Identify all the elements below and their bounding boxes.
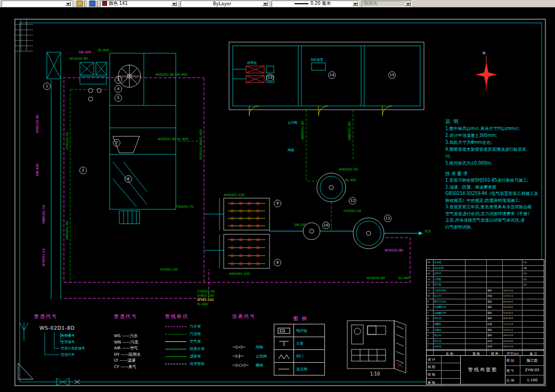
table-cell	[523, 333, 544, 338]
pipe-tag: WS0201-80	[366, 276, 385, 280]
tech-line: 行气密性试验。	[445, 224, 545, 231]
field-row: 图 号ZYW-03	[505, 366, 544, 376]
valve-row: —▷○◁—蝶阀	[232, 361, 277, 370]
field-row: 比 例1:100	[505, 375, 544, 386]
field-row: 图 别施工图	[505, 356, 544, 366]
pipe-code-callout: 主管编号	[61, 340, 75, 345]
role-row: 设 计	[427, 356, 460, 363]
balloon-number: 3	[117, 78, 119, 82]
line-label: 滤液管	[190, 354, 201, 359]
symbol-label: 溢流堰	[294, 363, 307, 375]
table-cell: 2.0×1.5	[503, 328, 523, 333]
pipe-code-callout: 管道分类及编号	[61, 346, 85, 351]
make-layer-button[interactable]	[75, 0, 85, 7]
pipe-tag: WS0201-80 DN-400	[156, 72, 187, 76]
gate-symbol-icon	[274, 350, 294, 362]
table-cell	[466, 322, 487, 327]
pipe-tag: AIR0401-80	[300, 121, 304, 140]
table-cell: 风机房	[434, 339, 466, 344]
pipe-tag: FG0201-70	[176, 205, 193, 208]
table-row: 7水解酸化池钢砼5.0×4.5	[427, 311, 544, 316]
balloon-number: 6	[127, 177, 130, 181]
weir-symbol-icon	[274, 363, 294, 375]
color-combo[interactable]: 颜色 141	[100, 1, 178, 7]
table-cell	[487, 260, 503, 265]
chevron-down-icon[interactable]	[353, 2, 358, 6]
table-cell: 15	[427, 266, 434, 271]
line-legend-title: 管线标识	[165, 313, 225, 320]
table-row: 3清水池钢砼4.0×3.0	[427, 333, 544, 339]
table-cell: 钢砼	[487, 328, 503, 333]
table-cell	[487, 271, 503, 276]
table-cell: 钢砼	[487, 305, 503, 310]
table-row: 11污泥浓缩池钢砼3.0×3.0	[427, 288, 544, 294]
aeration-grids	[204, 198, 270, 268]
pipe-code-row: WN ——污泥	[114, 339, 163, 346]
lineweight-combo-text: 0.20 毫米	[311, 1, 331, 7]
table-row: 8接触氧化池钢砼6.0×4.5	[427, 305, 544, 311]
pipe-tag: LY0102-50	[65, 133, 69, 149]
note-line: 2.设计中池顶覆土300mm;	[445, 132, 544, 139]
line-legend: 管线标识 污水管污泥管空气管回用水管滤液管地埋管线	[165, 313, 225, 368]
line-label: 空气管	[190, 339, 201, 344]
chevron-down-icon[interactable]	[66, 2, 71, 6]
tech-lines: 1.安装与验收按SHJ501-85进行验收与施工;2.油漆、防腐、保温要求按GB…	[445, 177, 545, 231]
field-label: 比 例	[505, 375, 520, 385]
valve-row: —▷◁—闸阀	[232, 342, 277, 352]
table-cell: 鼓风机	[434, 271, 466, 276]
chevron-down-icon[interactable]	[172, 2, 177, 6]
table-cell: 2台	[523, 277, 544, 282]
table-cell: 2台	[523, 282, 544, 288]
pipe-tag: CYB301-50	[197, 289, 215, 293]
linetype-combo[interactable]: ByLayer	[181, 1, 269, 7]
lineweight-combo[interactable]: 0.20 毫米	[272, 1, 359, 7]
table-cell	[523, 328, 544, 333]
table-cell: 8	[427, 305, 434, 310]
field-label: 图 号	[505, 366, 520, 375]
pipe-code-sample: WS-02D1-8D	[39, 325, 75, 331]
control-panel-detail	[347, 321, 406, 373]
role-value	[442, 379, 460, 386]
table-cell	[466, 311, 487, 316]
tech-line: 空气管道进行吹扫,压力试验环境要求《手册》	[445, 211, 545, 218]
table-cell: 14	[427, 271, 434, 276]
table-cell: 4.0×3.0	[503, 333, 523, 338]
title-block-fields: 图 别施工图图 号ZYW-03比 例1:100	[505, 356, 544, 384]
table-cell: 污泥浓缩池	[434, 288, 466, 293]
table-cell: 清水池	[434, 333, 466, 338]
table-cell: 水解酸化池	[434, 311, 466, 316]
line-sample	[165, 349, 186, 349]
layer-states-button[interactable]	[87, 0, 97, 7]
pipe-codes-legend: 管道代号 WS ——污水WN ——污泥AIR ——空气HY ——回用水LY ——…	[114, 313, 163, 370]
valve-legend-title: 仪表代号	[232, 313, 277, 320]
table-cell	[523, 288, 544, 293]
pipe-tag: EL-400	[98, 48, 109, 52]
symbol-legend: 图 例 电控箱 支架 闸门	[274, 315, 327, 375]
role-value	[442, 356, 460, 363]
pipe-code-callout: 支管编号	[61, 333, 75, 338]
layer-combo[interactable]	[2, 1, 72, 7]
line-sample	[165, 341, 186, 342]
line-legend-row: 滤液管	[165, 353, 225, 360]
line-label: 污水管	[190, 324, 201, 329]
label-group: N排水WS0201-80 EL-400WS0201-80 EL-400WS020…	[35, 48, 485, 306]
table-cell	[523, 344, 544, 349]
pipe-codes-list: WS ——污水WN ——污泥AIR ——空气HY ——回用水LY ——滤液CY …	[114, 333, 163, 370]
chevron-down-icon[interactable]	[263, 2, 268, 6]
symbol-label: 闸门	[294, 350, 304, 362]
table-cell: 格栅井	[434, 322, 466, 327]
role-label: 审 核	[427, 379, 442, 386]
table-row: 4消毒池钢砼2.0×1.5	[427, 328, 544, 333]
table-row: 5格栅井砖砌1.2×1.0	[427, 322, 544, 328]
table-cell: 6.0×4.5	[503, 299, 523, 305]
tech-line: 之后,所有连接空气管道以试验气体试压,进	[445, 217, 545, 224]
table-cell: 11	[427, 288, 434, 293]
table-cell: 1台	[523, 260, 544, 265]
table-row: 2风机房砖混6.0×4.0	[427, 339, 544, 345]
note-line: 1.图中标高以m计,其余尺寸均以mm计;	[445, 125, 544, 132]
table-cell	[503, 277, 523, 282]
pipe-example-title: 管道代号	[34, 313, 114, 320]
table-cell	[487, 266, 503, 271]
table-cell: 钢砼	[487, 316, 503, 321]
table-cell: 集水井	[434, 293, 466, 299]
